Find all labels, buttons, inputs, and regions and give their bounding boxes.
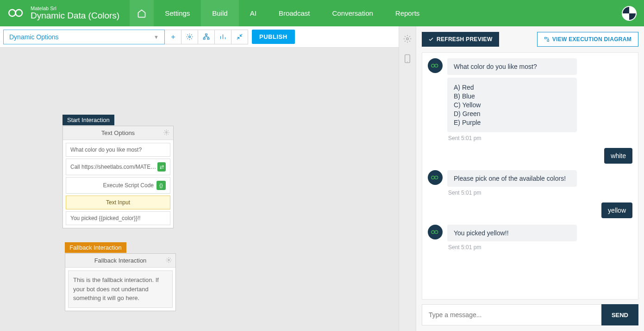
svg-point-28 bbox=[431, 176, 435, 179]
refresh-preview-button[interactable]: REFRESH PREVIEW bbox=[422, 32, 499, 47]
builder-canvas: Dynamic Options ▼ PUBLISH Start Interact… bbox=[0, 26, 399, 331]
side-rail bbox=[399, 26, 416, 331]
gear-icon bbox=[186, 33, 193, 40]
builder-toolbar: Dynamic Options ▼ PUBLISH bbox=[0, 26, 399, 48]
user-message: yellow bbox=[601, 202, 632, 218]
publish-button[interactable]: PUBLISH bbox=[252, 30, 295, 44]
gear-icon[interactable] bbox=[166, 257, 172, 264]
svg-rect-7 bbox=[207, 38, 209, 39]
view-diagram-button[interactable]: VIEW EXECUTION DIAGRAM bbox=[537, 32, 638, 47]
start-node[interactable]: Text Options What color do you like most… bbox=[63, 126, 174, 228]
plus-icon bbox=[170, 34, 176, 40]
preview-panel: REFRESH PREVIEW VIEW EXECUTION DIAGRAM W… bbox=[416, 26, 644, 331]
svg-rect-23 bbox=[547, 40, 549, 42]
api-icon: ⇄ bbox=[157, 162, 166, 172]
logo-icon bbox=[8, 8, 25, 18]
diagram-icon bbox=[544, 37, 550, 42]
timestamp: Sent 5:01 pm bbox=[448, 244, 632, 251]
main-nav: Settings Build AI Broadcast Conversation… bbox=[130, 0, 431, 26]
svg-point-1 bbox=[16, 10, 22, 16]
add-button[interactable] bbox=[165, 30, 181, 44]
svg-point-29 bbox=[435, 176, 438, 179]
node-row-script[interactable]: Execute Script Code {} bbox=[66, 177, 170, 194]
fallback-node-label: Fallback Interaction bbox=[65, 242, 126, 253]
collapse-icon bbox=[236, 33, 243, 40]
gear-icon bbox=[403, 35, 412, 43]
svg-point-30 bbox=[431, 231, 435, 234]
nav-broadcast[interactable]: Broadcast bbox=[268, 0, 321, 26]
fallback-body: This is the fallback interaction. If you… bbox=[68, 270, 173, 308]
bot-message: Please pick one of the available colors! bbox=[447, 170, 577, 187]
rail-mobile[interactable] bbox=[404, 54, 411, 65]
svg-point-27 bbox=[435, 64, 438, 67]
code-icon: {} bbox=[156, 181, 166, 190]
chat-area: What color do you like most? A) Red B) B… bbox=[422, 52, 638, 300]
logo-area: Matelab Srl Dynamic Data (Colors) bbox=[0, 6, 128, 21]
svg-point-17 bbox=[166, 132, 167, 133]
header-title: Dynamic Data (Colors) bbox=[31, 11, 119, 21]
start-node-label: Start Interaction bbox=[63, 115, 114, 125]
chart-button[interactable] bbox=[215, 30, 231, 44]
nav-home[interactable] bbox=[130, 0, 154, 26]
svg-point-18 bbox=[168, 259, 169, 261]
svg-point-19 bbox=[406, 38, 409, 40]
rail-settings[interactable] bbox=[403, 35, 412, 45]
svg-line-15 bbox=[240, 34, 242, 36]
start-node-header: Text Options bbox=[63, 126, 173, 140]
header-subtitle: Matelab Srl bbox=[31, 6, 119, 11]
bot-message: What color do you like most? bbox=[447, 58, 577, 75]
user-avatar[interactable] bbox=[622, 6, 637, 21]
svg-rect-22 bbox=[544, 37, 546, 39]
bot-avatar bbox=[428, 58, 443, 73]
gear-icon[interactable] bbox=[163, 129, 169, 137]
message-input[interactable] bbox=[422, 304, 601, 325]
bot-message: You picked yellow!! bbox=[447, 225, 577, 241]
fallback-node[interactable]: Fallback Interaction This is the fallbac… bbox=[65, 253, 176, 311]
app-header: Matelab Srl Dynamic Data (Colors) Settin… bbox=[0, 0, 644, 26]
svg-point-26 bbox=[431, 64, 435, 67]
chevron-down-icon: ▼ bbox=[154, 34, 159, 40]
user-message: white bbox=[604, 148, 632, 164]
chart-icon bbox=[219, 33, 226, 40]
node-row-api-call[interactable]: Call https://sheetlabs.com/MATE/Colors ⇄ bbox=[66, 159, 170, 175]
bot-avatar bbox=[428, 170, 443, 185]
node-row-text-input[interactable]: Text Input bbox=[66, 196, 170, 209]
timestamp: Sent 5:01 pm bbox=[448, 135, 632, 141]
tree-button[interactable] bbox=[198, 30, 215, 44]
node-row-question[interactable]: What color do you like most? bbox=[66, 143, 170, 157]
timestamp: Sent 5:01 pm bbox=[448, 190, 632, 196]
nav-reports[interactable]: Reports bbox=[384, 0, 431, 26]
svg-rect-5 bbox=[206, 34, 207, 35]
nav-build[interactable]: Build bbox=[201, 0, 238, 26]
check-icon bbox=[428, 37, 434, 42]
nav-ai[interactable]: AI bbox=[239, 0, 268, 26]
home-icon bbox=[137, 9, 146, 18]
interaction-dropdown[interactable]: Dynamic Options ▼ bbox=[3, 30, 165, 44]
mobile-icon bbox=[404, 54, 411, 63]
svg-point-0 bbox=[9, 10, 15, 16]
dropdown-label: Dynamic Options bbox=[9, 33, 59, 41]
bot-message-options: A) Red B) Blue C) Yellow D) Green E) Pur… bbox=[447, 78, 577, 132]
settings-button[interactable] bbox=[181, 30, 198, 44]
node-row-response[interactable]: You picked {{picked_color}}!! bbox=[66, 211, 170, 225]
nav-conversation[interactable]: Conversation bbox=[321, 0, 384, 26]
svg-point-4 bbox=[189, 36, 191, 38]
nav-settings[interactable]: Settings bbox=[154, 0, 201, 26]
svg-rect-6 bbox=[203, 38, 205, 39]
tree-icon bbox=[203, 33, 210, 40]
svg-point-31 bbox=[435, 231, 438, 234]
svg-line-16 bbox=[237, 37, 239, 39]
bot-avatar bbox=[428, 225, 443, 239]
collapse-button[interactable] bbox=[231, 30, 248, 44]
send-button[interactable]: SEND bbox=[601, 304, 638, 325]
fallback-node-header: Fallback Interaction bbox=[65, 254, 175, 268]
